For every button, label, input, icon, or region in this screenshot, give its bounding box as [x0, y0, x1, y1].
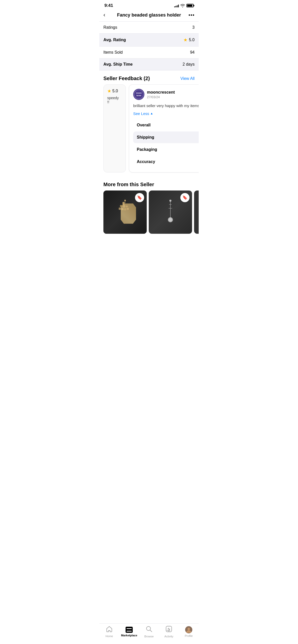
- feedback-card-main: moonbrew mooncrescent 27/03/24 ★ 5.0 bri…: [129, 84, 199, 172]
- ratings-row: Ratings 3: [99, 22, 199, 34]
- accuracy-row: Accuracy ★ 5.0: [133, 156, 199, 168]
- battery-icon: [186, 4, 194, 7]
- partial-text-2: !!: [107, 100, 122, 104]
- product-grid: 🔖 🔖: [99, 191, 199, 234]
- status-time: 9:41: [104, 3, 113, 8]
- svg-rect-0: [123, 202, 125, 205]
- product-card-1[interactable]: 🔖: [103, 191, 147, 234]
- items-sold-value: 94: [190, 50, 195, 55]
- packaging-label: Packaging: [137, 147, 157, 152]
- bookmark-button-2[interactable]: 🔖: [180, 193, 189, 202]
- ship-time-value: 2 days: [183, 62, 195, 67]
- svg-rect-7: [127, 208, 129, 210]
- svg-point-9: [124, 200, 126, 201]
- product-card-3-partial[interactable]: [194, 191, 199, 234]
- reviewer-details: mooncrescent 27/03/24: [147, 90, 175, 99]
- star-icon: ★: [183, 37, 187, 43]
- svg-rect-4: [119, 208, 121, 210]
- avg-rating-value: ★ 5.0: [183, 37, 195, 43]
- product-card-2[interactable]: 🔖: [149, 191, 192, 234]
- partial-rating-value: 5.0: [112, 89, 118, 93]
- bookmark-icon-1: 🔖: [137, 195, 142, 200]
- svg-rect-5: [121, 208, 124, 210]
- avatar-text: moonbrew: [136, 92, 142, 97]
- ship-time-label: Avg. Ship Time: [103, 62, 133, 67]
- accuracy-label: Accuracy: [137, 159, 155, 164]
- content: Ratings 3 Avg. Rating ★ 5.0 Items Sold 9…: [99, 21, 199, 257]
- ratings-label: Ratings: [103, 25, 117, 30]
- overall-label: Overall: [137, 123, 151, 127]
- bookmark-icon-2: 🔖: [182, 195, 187, 200]
- more-button[interactable]: •••: [185, 12, 195, 18]
- svg-point-15: [169, 218, 172, 222]
- feedback-title: Seller Feedback (2): [103, 76, 150, 81]
- reviewer-avatar: moonbrew: [133, 89, 144, 100]
- svg-rect-1: [120, 205, 123, 207]
- reviewer-info: moonbrew mooncrescent 27/03/24: [133, 89, 175, 100]
- ratings-value: 3: [192, 25, 195, 30]
- star-icon-partial: ★: [107, 88, 111, 94]
- feedback-card-header: moonbrew mooncrescent 27/03/24 ★ 5.0: [133, 89, 199, 100]
- wifi-icon: [180, 4, 185, 7]
- back-button[interactable]: ‹: [103, 12, 113, 18]
- see-less-button[interactable]: See Less ▲: [133, 111, 199, 116]
- view-all-button[interactable]: View All: [180, 76, 195, 81]
- reviewer-name: mooncrescent: [147, 90, 175, 95]
- avg-rating-row: Avg. Rating ★ 5.0: [99, 34, 199, 47]
- svg-rect-3: [126, 206, 128, 207]
- product-svg-2: [160, 199, 181, 225]
- product-svg-1: [115, 199, 135, 225]
- partial-rating: ★ 5.0: [107, 88, 122, 94]
- shipping-label: Shipping: [137, 135, 154, 140]
- svg-rect-2: [123, 205, 125, 208]
- svg-point-11: [169, 200, 171, 202]
- svg-rect-6: [124, 208, 126, 210]
- feedback-section-header: Seller Feedback (2) View All: [99, 70, 199, 84]
- partial-text-1: speedy: [107, 96, 122, 100]
- more-from-seller-title: More from this Seller: [99, 177, 199, 191]
- reviewer-date: 27/03/24: [147, 95, 175, 99]
- avatar-inner: moonbrew: [134, 90, 144, 99]
- feedback-carousel: ★ 5.0 speedy !! moonbrew mooncrescent 27…: [99, 84, 199, 177]
- feedback-text: brilliant seller very happy with my item…: [133, 103, 199, 109]
- nav-header: ‹ Fancy beaded glasses holder •••: [99, 10, 199, 21]
- feedback-card-partial: ★ 5.0 speedy !!: [103, 84, 126, 172]
- shipping-row: Shipping ★ 5.0: [133, 131, 199, 143]
- ship-time-row: Avg. Ship Time 2 days: [99, 58, 199, 70]
- avg-rating-label: Avg. Rating: [103, 38, 126, 42]
- packaging-row: Packaging ★ 5.0: [133, 144, 199, 155]
- items-sold-row: Items Sold 94: [99, 47, 199, 58]
- overall-row: Overall ★ 5.0: [133, 119, 199, 131]
- bookmark-button-1[interactable]: 🔖: [135, 193, 144, 202]
- signal-icon: [174, 4, 179, 7]
- status-bar: 9:41: [99, 0, 199, 10]
- see-less-label: See Less: [133, 111, 149, 116]
- chevron-up-icon: ▲: [150, 112, 153, 115]
- items-sold-label: Items Sold: [103, 50, 123, 55]
- page-title: Fancy beaded glasses holder: [113, 12, 185, 18]
- status-icons: [174, 4, 194, 7]
